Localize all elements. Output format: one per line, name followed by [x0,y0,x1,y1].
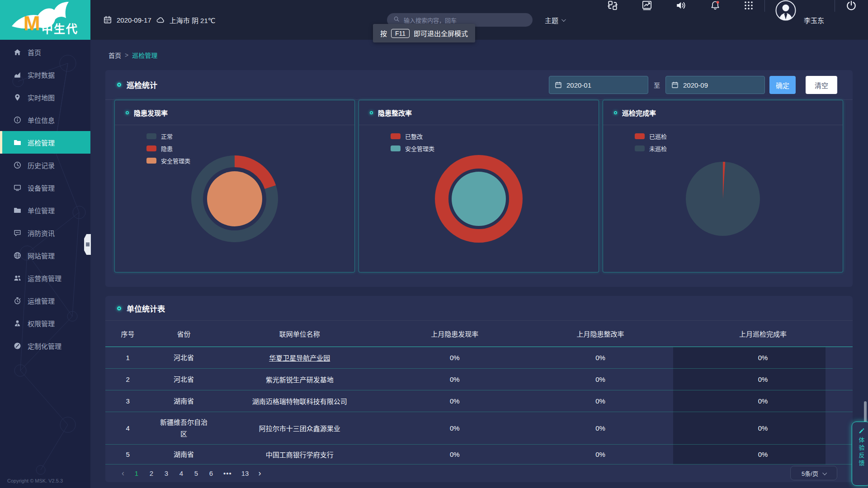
chart-card-hazard-discovery: 隐患发现率 正常隐患安全管理类 [114,100,355,272]
table-row: 1河北省华夏卫星导航产业园0%0%0% [105,347,853,369]
monitor-icon [14,184,21,192]
layout-switch-icon[interactable] [607,0,618,11]
main-content: 首页 > 巡检管理 巡检统计 2020-01 至 2020-09 确定 清空 [90,40,868,488]
sidebar-item-fire-news[interactable]: 消防资讯 [0,221,90,244]
legend-item[interactable]: 正常 [146,132,190,141]
cell-unit-name[interactable]: 华夏卫星导航产业园 [217,347,382,368]
cell-discover-rate: 0% [382,347,528,368]
cell-discover-rate: 0% [382,412,528,444]
page-number-3[interactable]: 3 [164,469,169,477]
table-row: 5湖南省中国工商银行学府支行0%0%0% [105,445,853,465]
cell-unit-name[interactable]: 中国工商银行学府支行 [217,445,382,464]
report-chart-icon[interactable] [642,0,652,11]
page-number-2[interactable]: 2 [149,469,154,477]
chart-card-header: 巡检完成率 [603,100,843,125]
cell-rectify-rate: 0% [528,412,673,444]
search-icon [393,16,400,24]
next-page-button[interactable]: › [258,469,261,478]
avatar[interactable] [775,0,796,21]
sidebar-item-realtime-map[interactable]: 实时地图 [0,86,90,108]
power-logout-icon[interactable] [846,0,857,11]
cell-rectify-rate: 0% [528,369,673,390]
breadcrumb-separator: > [125,52,128,59]
sidebar-item-website[interactable]: 网站管理 [0,244,90,267]
sidebar-item-permission[interactable]: 权限管理 [0,312,90,334]
cell-unit-name[interactable]: 紫光新锐生产研发基地 [217,369,382,390]
sidebar-item-realtime-data[interactable]: 实时数据 [0,63,90,86]
page-number-4[interactable]: 4 [179,469,184,477]
cell-discover-rate: 0% [382,390,528,412]
date-range-controls: 2020-01 至 2020-09 确定 清空 [549,76,837,94]
date-to-input[interactable]: 2020-09 [665,76,765,94]
app-logo[interactable]: M 中生代 [0,0,90,40]
calendar-icon [103,15,112,24]
prev-page-button[interactable]: ‹ [122,469,124,478]
volume-icon[interactable] [675,0,686,11]
sidebar-item-history[interactable]: 历史记录 [0,154,90,176]
legend-item[interactable]: 隐患 [146,144,190,153]
page-number-13[interactable]: 13 [241,469,249,477]
sidebar-item-ops[interactable]: 运维管理 [0,289,90,312]
username: 李玉东 [804,0,824,40]
clear-button[interactable]: 清空 [806,76,837,94]
cell-complete-rate: 0% [673,390,853,412]
page-size-select[interactable]: 5条/页 [790,466,837,480]
chart-title: 巡检完成率 [622,108,656,117]
cell-seq: 2 [105,369,150,390]
donut-chart [434,154,524,244]
legend-swatch [391,145,401,151]
cell-rectify-rate: 0% [528,390,673,412]
sidebar-item-device[interactable]: 设备管理 [0,176,90,199]
cell-unit-name[interactable]: 湖南迈格瑞特物联科技有限公司 [217,390,382,412]
calendar-icon [671,81,679,89]
title-ring-icon [614,111,617,114]
unit-stats-panel: 单位统计表 序号省份联网单位名称上月隐患发现率上月隐患整改率上月巡检完成率 1河… [105,296,853,482]
page-number-6[interactable]: 6 [208,469,214,477]
column-header: 上月巡检完成率 [673,329,853,338]
tooltip-suffix: 即可退出全屏模式 [414,28,468,38]
table-panel-title: 单位统计表 [127,303,165,314]
sidebar-item-home[interactable]: 首页 [0,41,90,63]
legend-item[interactable]: 安全管理类 [146,156,190,165]
sidebar-item-custom[interactable]: 定制化管理 [0,334,90,357]
confirm-button[interactable]: 确定 [769,76,796,94]
legend-swatch [635,145,645,151]
cell-seq: 3 [105,390,150,412]
users-icon [14,274,21,282]
column-header: 序号 [105,329,150,338]
legend-item[interactable]: 未巡检 [635,144,667,153]
cell-complete-rate: 0% [673,412,853,444]
theme-label: 主题 [545,15,558,25]
feedback-button[interactable]: 体验反馈 [852,422,868,486]
clock-icon [14,161,21,169]
sidebar-item-unit-mgmt[interactable]: 单位管理 [0,199,90,221]
page-number-5[interactable]: 5 [193,469,199,477]
cell-seq: 4 [105,412,150,444]
cell-seq: 1 [105,347,150,368]
legend-item[interactable]: 已整改 [391,132,434,141]
sidebar-item-operator[interactable]: 运营商管理 [0,267,90,289]
sidebar-collapse-handle[interactable] [84,234,91,255]
weather-text: 上海市 阴 21℃ [170,15,216,25]
sidebar-item-unit-info[interactable]: 单位信息 [0,108,90,131]
breadcrumb-current[interactable]: 巡检管理 [132,51,157,60]
chevron-down-icon [822,470,827,475]
apps-grid-icon[interactable] [743,0,754,11]
date-from-input[interactable]: 2020-01 [549,76,648,94]
sidebar-item-inspection[interactable]: 巡检管理 [0,131,90,154]
cell-discover-rate: 0% [382,369,528,390]
title-ring-icon [370,111,373,114]
theme-dropdown[interactable]: 主题 [545,0,565,40]
legend-item[interactable]: 已巡检 [635,132,667,141]
pencil-icon [858,427,865,434]
column-header: 省份 [150,329,217,338]
legend-item[interactable]: 安全管理类 [391,144,434,153]
info-icon [14,116,21,124]
cell-unit-name[interactable]: 阿拉尔市十三团众鑫源果业 [217,412,382,444]
column-header: 上月隐患发现率 [382,329,528,338]
breadcrumb-home[interactable]: 首页 [108,51,121,60]
page-ellipsis[interactable]: ••• [223,469,232,477]
page-number-1[interactable]: 1 [134,469,139,477]
notification-bell-icon[interactable] [710,0,721,11]
page-size-value: 5条/页 [802,469,818,478]
